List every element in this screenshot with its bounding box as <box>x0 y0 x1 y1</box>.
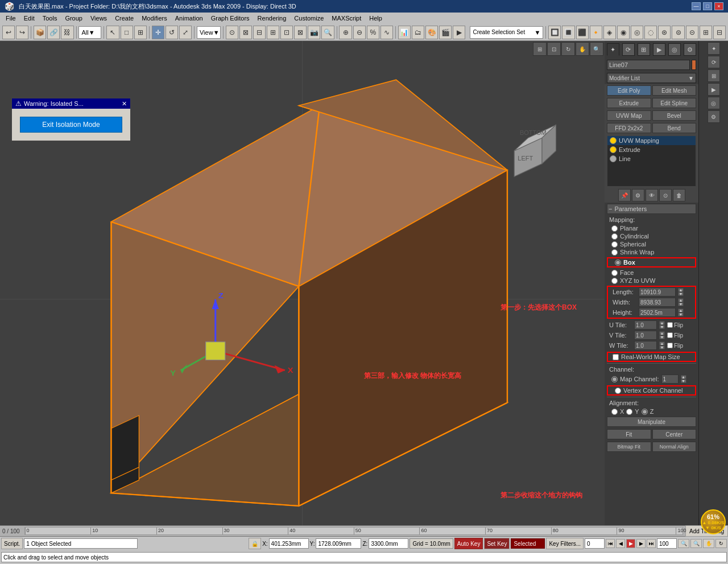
ffd-button[interactable]: FFD 2x2x2 <box>607 123 651 133</box>
lock-selection-btn[interactable]: 🔒 <box>249 538 261 549</box>
remove-mod-btn[interactable]: 🗑 <box>673 189 685 201</box>
y-coord-value[interactable]: 1728.009mm <box>316 538 361 549</box>
create-panel-btn[interactable]: ✦ <box>708 42 720 55</box>
named-sel-btn7[interactable]: ◎ <box>631 26 643 39</box>
modify-tab[interactable]: ⟳ <box>622 43 635 56</box>
u-down[interactable]: ▼ <box>659 325 665 329</box>
height-input[interactable] <box>639 308 676 317</box>
width-up[interactable]: ▲ <box>678 298 684 302</box>
v-tile-input[interactable] <box>634 331 657 340</box>
menu-customize[interactable]: Customize <box>291 14 327 23</box>
scale-btn[interactable]: ⤢ <box>179 26 192 39</box>
w-flip-checkbox[interactable] <box>667 343 673 348</box>
named-sel-btn3[interactable]: ⬛ <box>576 26 589 39</box>
zoom-out-btn[interactable]: 🔍 <box>690 539 702 548</box>
move-btn[interactable]: ✛ <box>152 26 164 39</box>
display-panel-btn[interactable]: ◎ <box>708 97 720 109</box>
go-to-start-btn[interactable]: ⏮ <box>606 539 615 548</box>
menu-modifiers[interactable]: Modifiers <box>138 14 171 23</box>
menu-animation[interactable]: Animation <box>172 14 206 23</box>
v-flip-checkbox[interactable] <box>667 332 673 338</box>
map-channel-radio[interactable] <box>611 376 618 382</box>
bend-button[interactable]: Bend <box>652 123 697 133</box>
key-filters-button[interactable]: Key Filters... <box>546 538 584 549</box>
normal-align-button[interactable]: Normal Align <box>652 442 697 452</box>
motion-panel-btn[interactable]: ▶ <box>708 83 720 96</box>
menu-group[interactable]: Group <box>61 14 86 23</box>
align-view-btn[interactable]: 🔍 <box>321 26 334 39</box>
u-tile-input[interactable] <box>634 320 657 330</box>
utilities-tab[interactable]: ⚙ <box>684 43 696 56</box>
make-unique-btn[interactable]: ⊙ <box>659 189 672 201</box>
exit-isolation-mode-button[interactable]: Exit Isolation Mode <box>20 117 122 133</box>
box-radio[interactable] <box>615 260 621 266</box>
warning-close-icon[interactable]: ✕ <box>122 100 127 108</box>
select-btn[interactable]: ↖ <box>106 26 119 39</box>
planar-radio[interactable] <box>611 225 618 232</box>
show-result-btn[interactable]: 👁 <box>646 189 658 201</box>
pan-btn[interactable]: ✋ <box>576 42 589 56</box>
menu-create[interactable]: Create <box>111 14 137 23</box>
named-sel-btn5[interactable]: ◈ <box>603 26 616 39</box>
object-name-input[interactable] <box>607 60 690 70</box>
maximize-button[interactable]: □ <box>703 2 712 10</box>
menu-maxscript[interactable]: MAXScript <box>328 14 365 23</box>
redo-button[interactable]: ↪ <box>16 26 28 39</box>
w-down[interactable]: ▼ <box>659 345 665 349</box>
set-key-button[interactable]: Set Key <box>484 538 510 549</box>
pivot-btn[interactable]: ⊙ <box>226 26 238 39</box>
link-btn[interactable]: 🔗 <box>47 26 60 39</box>
face-radio[interactable] <box>611 270 618 276</box>
length-input[interactable] <box>639 287 676 297</box>
menu-edit[interactable]: Edit <box>20 14 38 23</box>
w-up[interactable]: ▲ <box>659 341 665 345</box>
display-tab[interactable]: ◎ <box>668 43 681 56</box>
pan-view-btn[interactable]: ✋ <box>703 539 714 548</box>
fit-button[interactable]: Fit <box>607 429 651 439</box>
viewport[interactable]: Perspective <box>0 41 605 525</box>
named-sel-btn10[interactable]: ⊜ <box>672 26 684 39</box>
motion-tab[interactable]: ▶ <box>653 43 665 56</box>
menu-tools[interactable]: Tools <box>39 14 61 23</box>
ch-up[interactable]: ▲ <box>681 375 686 379</box>
crossing-btn[interactable]: ⊞ <box>134 26 147 39</box>
u-up[interactable]: ▲ <box>659 321 665 325</box>
schematic-btn[interactable]: 🗂 <box>412 26 424 39</box>
named-sel-btn2[interactable]: 🔳 <box>562 26 574 39</box>
close-button[interactable]: × <box>714 2 723 10</box>
menu-graph-editors[interactable]: Graph Editors <box>208 14 253 23</box>
align-x-radio[interactable] <box>611 409 618 415</box>
auto-key-button[interactable]: Auto Key <box>454 538 483 549</box>
width-input[interactable] <box>639 298 676 307</box>
ch-down[interactable]: ▼ <box>681 379 686 383</box>
maximize-viewport-btn[interactable]: ⊞ <box>533 42 547 56</box>
rotate-btn[interactable]: ↺ <box>166 26 178 39</box>
view-dropdown[interactable]: View ▼ <box>197 26 221 39</box>
width-down[interactable]: ▼ <box>678 302 684 306</box>
x-coord-value[interactable]: 401.253mm <box>269 538 309 549</box>
orbit-btn[interactable]: ↻ <box>561 42 575 56</box>
script-button[interactable]: Script. <box>1 538 23 549</box>
named-sel-btn6[interactable]: ◉ <box>617 26 630 39</box>
render-scene-btn[interactable]: 🎬 <box>439 26 452 39</box>
timeline[interactable]: 0 / 100 0 10 20 30 40 50 60 70 80 90 100… <box>0 525 728 537</box>
timeline-slider[interactable]: 0 10 20 30 40 50 60 70 80 90 100 <box>24 527 683 535</box>
length-up[interactable]: ▲ <box>678 288 684 292</box>
bevel-button[interactable]: Bevel <box>652 110 697 121</box>
utilities-panel-btn[interactable]: ⚙ <box>708 110 720 123</box>
named-sel-btn1[interactable]: 🔲 <box>548 26 561 39</box>
named-sel-btn8[interactable]: ◌ <box>644 26 657 39</box>
height-down[interactable]: ▼ <box>678 312 684 316</box>
hierarchy-panel-btn[interactable]: ⊞ <box>708 69 720 82</box>
center-button[interactable]: Center <box>652 429 697 439</box>
pin-stack-btn[interactable]: 📌 <box>618 189 631 201</box>
track-view-btn[interactable]: 📊 <box>398 26 411 39</box>
named-sel-btn12[interactable]: ⊞ <box>700 26 712 39</box>
parameters-header[interactable]: − Parameters <box>607 204 696 214</box>
extrude-button[interactable]: Extrude <box>607 98 651 108</box>
real-world-checkbox[interactable] <box>613 354 619 360</box>
selection-filter-dropdown[interactable]: All ▼ <box>78 26 101 39</box>
vertex-color-radio[interactable] <box>615 388 621 394</box>
quick-render-btn[interactable]: ▶ <box>453 26 465 39</box>
stack-item-extrude[interactable]: Extrude <box>607 145 696 154</box>
